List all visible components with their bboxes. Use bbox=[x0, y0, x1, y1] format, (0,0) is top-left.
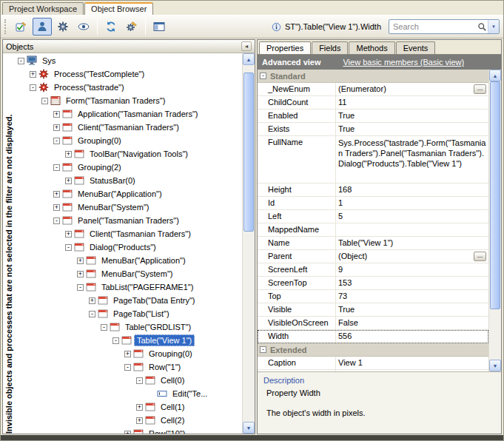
tree-scroll-track[interactable] bbox=[243, 65, 255, 422]
property-row[interactable]: Id1 bbox=[258, 197, 488, 210]
basic-view-link[interactable]: View basic members (Basic view) bbox=[343, 58, 464, 67]
expand-icon[interactable]: + bbox=[53, 111, 60, 118]
grid-scroll-track[interactable] bbox=[489, 81, 501, 360]
tree-item[interactable]: +Client("Tasmanian Traders") bbox=[16, 227, 242, 240]
tab-object-browser[interactable]: Object Browser bbox=[84, 2, 153, 15]
tree-item[interactable]: +Process("TestComplete") bbox=[16, 67, 242, 81]
property-row[interactable]: _NewEnum(Enumerator)... bbox=[258, 83, 488, 96]
advanced-settings-button[interactable] bbox=[122, 18, 141, 36]
tab-project-workspace[interactable]: Project Workspace bbox=[2, 2, 84, 15]
highlight-object-button[interactable] bbox=[12, 18, 31, 36]
tree-item[interactable]: Edit("Te... bbox=[16, 387, 242, 400]
property-row[interactable]: Height168 bbox=[258, 184, 488, 197]
scroll-up-icon[interactable]: ▲ bbox=[243, 53, 255, 65]
tree-item[interactable]: +Cell(1) bbox=[16, 400, 242, 414]
property-row[interactable]: EnabledTrue bbox=[258, 110, 488, 123]
collapse-panel-icon[interactable]: ◄ bbox=[241, 41, 252, 51]
expand-icon[interactable]: + bbox=[53, 191, 60, 198]
tree-item[interactable]: +ToolBar("Navigation Tools") bbox=[16, 147, 242, 161]
property-row[interactable]: FullNameSys.Process("tastrade").Form("Ta… bbox=[258, 136, 488, 184]
property-row[interactable]: CaptionView 1 bbox=[258, 357, 488, 370]
property-row[interactable]: VisibleTrue bbox=[258, 303, 488, 317]
expand-icon[interactable]: + bbox=[65, 151, 72, 158]
collapse-icon[interactable]: - bbox=[124, 364, 131, 371]
view-object-button[interactable] bbox=[74, 18, 93, 36]
expand-icon[interactable]: + bbox=[53, 124, 60, 131]
expand-icon[interactable]: + bbox=[89, 297, 95, 304]
tab-fields[interactable]: Fields bbox=[312, 41, 348, 54]
property-row[interactable]: ScreenTop153 bbox=[258, 277, 488, 290]
expand-icon[interactable]: + bbox=[53, 204, 60, 211]
property-row[interactable]: Top73 bbox=[258, 290, 488, 303]
collapse-icon[interactable]: - bbox=[53, 164, 60, 171]
collapse-icon[interactable]: - bbox=[260, 73, 266, 79]
tree-item[interactable]: -Panel("Tasmanian Traders") bbox=[16, 214, 242, 227]
tree-item[interactable]: +Row("10") bbox=[16, 427, 242, 434]
tree-item[interactable]: -Row("1") bbox=[16, 360, 242, 374]
tree-item[interactable]: -PageTab("List") bbox=[16, 307, 242, 320]
collapse-icon[interactable]: - bbox=[77, 284, 84, 291]
collapse-icon[interactable]: - bbox=[65, 244, 72, 251]
property-row[interactable]: NameTable("View 1") bbox=[258, 237, 488, 250]
tree-item[interactable]: +MenuBar("Application") bbox=[16, 187, 242, 201]
expand-icon[interactable]: + bbox=[136, 417, 143, 424]
expand-icon[interactable]: + bbox=[136, 404, 143, 411]
scroll-up-icon[interactable]: ▲ bbox=[489, 70, 501, 81]
collapse-icon[interactable]: - bbox=[112, 337, 119, 344]
search-dropdown-arrow[interactable]: ▼ bbox=[488, 20, 499, 33]
collapse-icon[interactable]: - bbox=[136, 377, 143, 384]
property-row[interactable]: Parent(Object)... bbox=[258, 250, 488, 263]
expand-icon[interactable]: + bbox=[65, 178, 72, 184]
panel-layout-button[interactable] bbox=[149, 18, 169, 36]
tree-item[interactable]: -Process("tastrade") bbox=[16, 81, 242, 94]
tree-item[interactable]: -TabList("PAGEFRAME1") bbox=[16, 280, 242, 294]
tree-item[interactable]: +MenuBar("System") bbox=[16, 201, 242, 214]
tree-item[interactable]: +Application("Tasmanian Traders") bbox=[16, 107, 242, 121]
property-row[interactable]: Left5 bbox=[258, 210, 488, 223]
scroll-down-icon[interactable]: ▼ bbox=[489, 360, 501, 371]
tree-item[interactable]: -Dialog("Products") bbox=[16, 240, 242, 254]
tab-methods[interactable]: Methods bbox=[349, 41, 394, 54]
property-row[interactable]: ExistsTrue bbox=[258, 123, 488, 136]
tree-item[interactable]: -Sys bbox=[16, 54, 242, 67]
tree-item[interactable]: -Table("View 1") bbox=[16, 334, 242, 347]
tree-item[interactable]: +Cell(2) bbox=[16, 414, 242, 427]
expand-icon[interactable]: + bbox=[77, 257, 84, 264]
tree-item[interactable]: +StatusBar(0) bbox=[16, 174, 242, 187]
tree-scroll-thumb[interactable] bbox=[243, 73, 254, 232]
tree-item[interactable]: -Grouping(2) bbox=[16, 161, 242, 174]
expand-icon[interactable]: + bbox=[30, 71, 36, 78]
tree-item[interactable]: +MenuBar("System") bbox=[16, 267, 242, 280]
property-section-header[interactable]: -Standard bbox=[258, 70, 488, 83]
tab-properties[interactable]: Properties bbox=[259, 41, 311, 54]
tree-item[interactable]: +Client("Tasmanian Traders") bbox=[16, 121, 242, 134]
property-section-header[interactable]: -Extended bbox=[258, 343, 488, 357]
collapse-icon[interactable]: - bbox=[260, 346, 266, 353]
ellipsis-button[interactable]: ... bbox=[474, 84, 486, 94]
search-icon[interactable] bbox=[477, 22, 488, 32]
object-settings-button[interactable] bbox=[53, 18, 73, 36]
collapse-icon[interactable]: - bbox=[53, 138, 60, 144]
search-input[interactable] bbox=[393, 22, 477, 31]
property-row[interactable]: MappedName bbox=[258, 223, 488, 237]
tree-item[interactable]: +PageTab("Data Entry") bbox=[16, 294, 242, 307]
tree-item[interactable]: -Form("Tasmanian Traders") bbox=[16, 94, 242, 107]
collapse-icon[interactable]: - bbox=[89, 311, 95, 317]
expand-icon[interactable]: + bbox=[124, 431, 131, 434]
toolbar-grip[interactable] bbox=[4, 19, 7, 34]
ellipsis-button[interactable]: ... bbox=[474, 252, 486, 261]
collapse-icon[interactable]: - bbox=[18, 58, 24, 64]
grid-scroll-thumb[interactable] bbox=[490, 81, 500, 309]
collapse-icon[interactable]: - bbox=[30, 84, 36, 91]
collapse-icon[interactable]: - bbox=[53, 218, 60, 224]
collapse-icon[interactable]: - bbox=[101, 324, 107, 331]
property-row[interactable]: Width556 bbox=[258, 330, 488, 343]
property-row[interactable]: ScreenLeft9 bbox=[258, 263, 488, 277]
tab-events[interactable]: Events bbox=[396, 41, 436, 54]
expand-icon[interactable]: + bbox=[77, 271, 84, 277]
show-object-button[interactable] bbox=[33, 18, 52, 36]
property-row[interactable]: ChildCount11 bbox=[258, 96, 488, 110]
tree-item[interactable]: +MenuBar("Application") bbox=[16, 254, 242, 267]
expand-icon[interactable]: + bbox=[124, 351, 131, 357]
expand-icon[interactable]: + bbox=[65, 231, 72, 238]
